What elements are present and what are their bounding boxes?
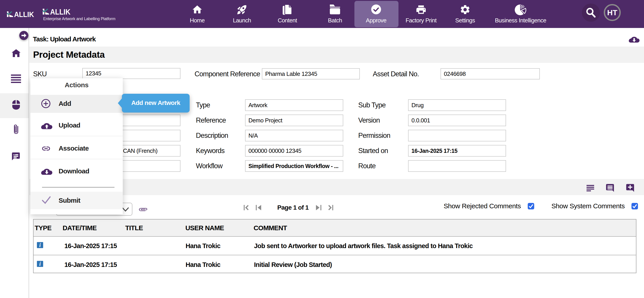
svg-text:ALLIK: ALLIK [14,12,34,17]
svg-text:ALLIK: ALLIK [50,9,70,15]
